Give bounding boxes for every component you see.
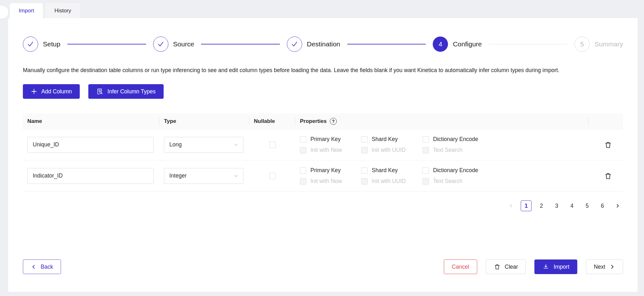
dictionary-encode-checkbox[interactable] [423,167,429,174]
primary-key-label: Primary Key [310,136,341,143]
import-label: Import [553,264,569,270]
pagination-page-1[interactable]: 1 [521,200,532,211]
pagination-page-4[interactable]: 4 [566,200,577,211]
column-type-select[interactable]: Integer [164,168,243,184]
nullable-checkbox[interactable] [269,173,276,179]
nullable-checkbox[interactable] [269,142,276,148]
table-header: Name Type Nullable Properties [23,113,623,129]
header-name: Name [23,113,159,129]
text-search-option: Text Search [423,147,589,153]
back-label: Back [41,264,53,270]
chevron-right-icon [609,264,615,270]
dictionary-encode-label: Dictionary Encode [433,167,478,174]
step-configure[interactable]: 4 Configure [433,37,482,52]
primary-key-checkbox[interactable] [300,167,306,174]
import-wizard-page: Import History Setup Source [8,0,638,292]
init-with-uuid-option: Init with UUID [361,178,423,185]
download-icon [542,263,549,270]
clear-button[interactable]: Clear [486,259,526,274]
primary-key-option[interactable]: Primary Key [300,167,361,174]
header-type: Type [159,113,249,129]
dictionary-encode-option[interactable]: Dictionary Encode [423,167,589,174]
init-with-uuid-checkbox [361,178,368,185]
chevron-left-icon [508,203,513,208]
init-with-uuid-label: Init with UUID [372,147,406,153]
content-panel: Setup Source Destination 4 Configure [8,18,638,292]
table-row: Long Primary Key Shar [23,129,623,160]
infer-column-types-label: Infer Column Types [107,88,155,95]
pagination: 1 2 3 4 5 6 [23,200,623,211]
column-type-value: Long [169,141,182,148]
plus-icon [31,88,37,95]
import-button[interactable]: Import [534,259,577,274]
header-actions [589,113,623,129]
shard-key-option[interactable]: Shard Key [361,136,423,143]
clear-label: Clear [505,264,518,270]
shard-key-label: Shard Key [372,167,398,174]
step-connector [489,44,567,44]
tab-bar: Import History [8,0,638,18]
tab-import[interactable]: Import [10,3,43,18]
init-with-now-checkbox [300,147,306,153]
step-label: Source [173,40,194,48]
pagination-next-button[interactable] [612,200,623,211]
shard-key-label: Shard Key [372,136,398,143]
header-properties: Properties [295,113,589,129]
cancel-label: Cancel [452,264,469,270]
dictionary-encode-checkbox[interactable] [423,136,429,143]
primary-key-label: Primary Key [310,167,341,174]
chevron-right-icon [615,203,620,208]
infer-column-types-button[interactable]: Infer Column Types [88,84,163,99]
step-source[interactable]: Source [153,37,194,52]
init-with-uuid-label: Init with UUID [372,178,406,185]
step-connector [201,44,280,44]
init-with-now-option: Init with Now [300,147,361,153]
shard-key-option[interactable]: Shard Key [361,167,423,174]
primary-key-checkbox[interactable] [300,136,306,143]
header-nullable: Nullable [249,113,295,129]
step-label: Summary [594,40,623,48]
check-icon [287,37,302,52]
next-button[interactable]: Next [586,259,623,274]
edge-collapse-button[interactable] [0,5,9,19]
configure-description: Manually configure the destination table… [23,65,600,75]
pagination-page-2[interactable]: 2 [536,200,547,211]
question-circle-icon[interactable] [330,118,337,125]
back-button[interactable]: Back [23,259,61,274]
column-name-input[interactable] [27,168,154,184]
column-type-select[interactable]: Long [164,137,243,153]
shard-key-checkbox[interactable] [361,136,368,143]
dictionary-encode-option[interactable]: Dictionary Encode [423,136,589,143]
column-name-input[interactable] [27,137,154,153]
check-icon [23,37,38,52]
chevron-down-icon [234,142,239,147]
step-connector [67,44,146,44]
primary-key-option[interactable]: Primary Key [300,136,361,143]
step-label: Destination [307,40,340,48]
tab-history[interactable]: History [45,3,80,18]
init-with-uuid-checkbox [361,147,368,153]
chevron-down-icon [234,173,239,178]
add-column-button[interactable]: Add Column [23,84,80,99]
column-type-value: Integer [169,172,186,179]
step-setup[interactable]: Setup [23,37,60,52]
add-column-label: Add Column [41,88,72,95]
pagination-page-3[interactable]: 3 [551,200,562,211]
step-connector [347,44,426,44]
pagination-page-6[interactable]: 6 [597,200,608,211]
trash-icon [604,172,612,180]
step-label: Setup [43,40,60,48]
step-summary[interactable]: 5 Summary [574,37,623,52]
step-destination[interactable]: Destination [287,37,340,52]
table-row: Integer Primary Key S [23,160,623,192]
step-label: Configure [453,40,482,48]
delete-row-button[interactable] [602,139,614,151]
cancel-button[interactable]: Cancel [444,259,477,274]
step-number: 5 [574,37,590,52]
delete-row-button[interactable] [602,170,614,182]
pagination-page-5[interactable]: 5 [582,200,593,211]
pagination-prev-button [505,200,516,211]
shard-key-checkbox[interactable] [361,167,368,174]
init-with-now-label: Init with Now [310,178,342,185]
text-search-label: Text Search [433,178,462,185]
